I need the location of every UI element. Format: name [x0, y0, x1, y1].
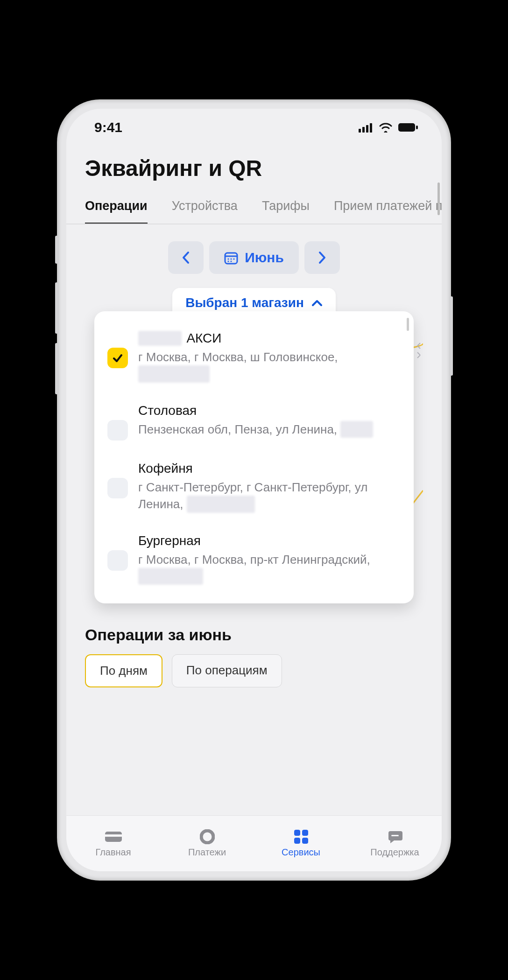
next-month-button[interactable]: [304, 241, 340, 274]
page-title: Эквайринг и QR: [66, 146, 442, 194]
store-title: АКСИ: [186, 331, 221, 346]
grid-icon: [291, 829, 311, 844]
store-selector-label: Выбран 1 магазин: [185, 295, 304, 310]
store-checkbox[interactable]: [107, 420, 128, 441]
svg-point-11: [228, 260, 229, 262]
censored-text: XXXXXXXX: [138, 568, 203, 585]
hw-button: [55, 343, 58, 394]
tab-operations[interactable]: Операции: [85, 194, 148, 224]
store-option-text: XXXXX АКСИ г Москва, г Москва, ш Головин…: [138, 331, 401, 383]
hw-button: [450, 296, 453, 376]
operations-title: Операции за июнь: [85, 626, 423, 644]
store-option[interactable]: Кофейня г Санкт-Петербург, г Санкт-Петер…: [107, 455, 401, 527]
svg-rect-14: [105, 834, 122, 837]
nav-services[interactable]: Сервисы: [254, 816, 348, 871]
tabs: Операции Устройства Тарифы Прием платеже…: [66, 194, 442, 224]
store-checkbox[interactable]: [107, 478, 128, 498]
svg-point-15: [201, 831, 213, 843]
tab-qr-payments[interactable]: Прием платежей по: [334, 194, 442, 224]
svg-rect-4: [398, 123, 415, 132]
phone-frame: 9:41 Эквайринг и QR Операции Устройства …: [58, 100, 450, 880]
svg-point-9: [231, 258, 232, 259]
store-dropdown: XXXXX АКСИ г Москва, г Москва, ш Головин…: [94, 311, 414, 603]
hw-button: [55, 236, 58, 264]
store-title: Столовая: [138, 403, 197, 418]
chat-icon: [385, 829, 405, 844]
svg-point-10: [233, 258, 235, 259]
svg-rect-5: [416, 126, 418, 129]
store-address: Пензенская обл, Пенза, ул Ленина,: [138, 422, 337, 436]
censored-text: XXXXX: [138, 331, 182, 346]
nav-label: Поддержка: [370, 847, 419, 858]
svg-point-8: [228, 258, 229, 259]
wifi-icon: [378, 122, 393, 133]
svg-rect-0: [359, 129, 361, 133]
circle-icon: [198, 829, 217, 844]
status-time: 9:41: [94, 119, 122, 135]
chevron-right-icon: [318, 251, 326, 264]
screen: 9:41 Эквайринг и QR Операции Устройства …: [66, 109, 442, 871]
status-bar: 9:41: [66, 109, 442, 146]
svg-rect-3: [370, 123, 372, 133]
censored-text: XXXX: [340, 421, 373, 438]
chevron-left-icon: [182, 251, 190, 264]
tab-devices[interactable]: Устройства: [172, 194, 238, 224]
svg-rect-2: [366, 125, 368, 133]
store-option[interactable]: Столовая Пензенская обл, Пенза, ул Ленин…: [107, 397, 401, 455]
nav-payments[interactable]: Платежи: [160, 816, 254, 871]
segment-by-operation[interactable]: По операциям: [172, 654, 282, 687]
store-title: Бургерная: [138, 533, 201, 548]
store-checkbox[interactable]: [107, 550, 128, 571]
calendar-icon: [224, 251, 238, 265]
store-option-text: Кофейня г Санкт-Петербург, г Санкт-Петер…: [138, 461, 401, 513]
store-option-text: Бургерная г Москва, г Москва, пр-кт Лени…: [138, 533, 401, 585]
chevron-up-icon: [311, 299, 323, 307]
status-icons: [359, 122, 418, 133]
svg-rect-19: [302, 838, 308, 844]
svg-rect-18: [294, 838, 300, 844]
month-select-button[interactable]: Июнь: [209, 241, 299, 274]
store-option[interactable]: XXXXX АКСИ г Москва, г Москва, ш Головин…: [107, 324, 401, 397]
content: Июнь Выбран 1 магазин: [66, 224, 442, 815]
segment-by-day[interactable]: По дням: [85, 654, 162, 687]
svg-rect-17: [302, 830, 308, 836]
tab-tariffs[interactable]: Тарифы: [262, 194, 310, 224]
view-segments: По дням По операциям: [85, 644, 423, 687]
svg-point-12: [231, 260, 232, 262]
cellular-icon: [359, 122, 374, 133]
nav-home[interactable]: Главная: [66, 816, 160, 871]
svg-rect-1: [362, 127, 365, 133]
month-picker: Июнь: [85, 241, 423, 274]
dropdown-scrollbar[interactable]: [407, 318, 409, 331]
nav-label: Платежи: [188, 847, 226, 858]
censored-text: XXX XXXXX: [187, 496, 255, 512]
scrollbar[interactable]: [437, 182, 440, 215]
censored-text: XX XXXXX X: [138, 365, 210, 382]
card-icon: [104, 829, 123, 844]
store-title: Кофейня: [138, 461, 193, 476]
svg-rect-20: [391, 835, 399, 836]
nav-label: Главная: [95, 847, 131, 858]
store-option[interactable]: Бургерная г Москва, г Москва, пр-кт Лени…: [107, 527, 401, 599]
store-checkbox[interactable]: [107, 348, 128, 368]
hw-button: [55, 282, 58, 334]
store-address: г Москва, г Москва, ш Головинское,: [138, 350, 338, 364]
svg-rect-16: [294, 830, 300, 836]
check-icon: [112, 352, 124, 364]
store-option-text: Столовая Пензенская обл, Пенза, ул Ленин…: [138, 403, 401, 438]
bottom-nav: Главная Платежи Сервисы Поддержка: [66, 815, 442, 871]
nav-label: Сервисы: [282, 847, 320, 858]
nav-support[interactable]: Поддержка: [348, 816, 442, 871]
battery-icon: [398, 122, 418, 133]
store-address: г Москва, г Москва, пр-кт Ленинградский,: [138, 553, 370, 567]
prev-month-button[interactable]: [168, 241, 204, 274]
month-label: Июнь: [245, 250, 284, 266]
